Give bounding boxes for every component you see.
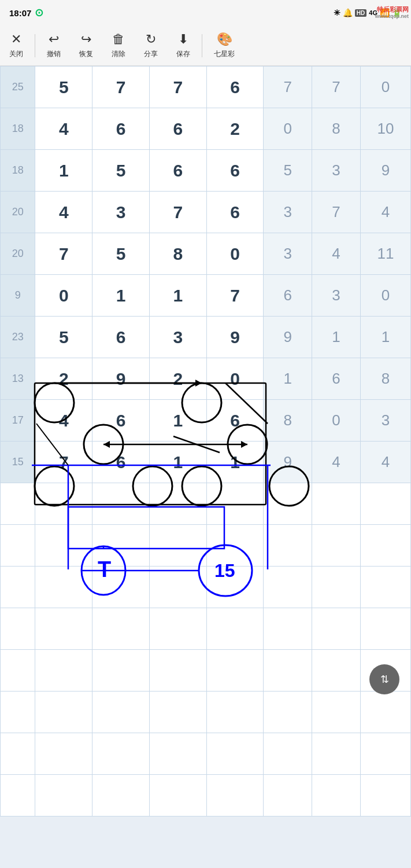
cell-r4-c2: 8 xyxy=(149,233,206,275)
light-cell-r9-c0: 9 xyxy=(264,442,312,483)
row-header xyxy=(1,775,35,816)
volume-icon: 🔔 xyxy=(343,8,353,17)
main-content: 2557767701846620810181566539204376374207… xyxy=(0,66,411,816)
scroll-icon: ⇅ xyxy=(380,673,389,686)
cell-r16-c0 xyxy=(35,733,92,775)
light-cell-r7-c2: 8 xyxy=(360,358,410,400)
cell-r6-c2: 3 xyxy=(149,317,206,358)
light-cell-r14-c0 xyxy=(264,650,312,692)
light-cell-r11-c2 xyxy=(360,525,410,567)
row-header xyxy=(1,650,35,692)
cell-r15-c3 xyxy=(206,692,264,733)
cell-r0-c1: 7 xyxy=(92,67,150,108)
undo-button[interactable]: ↩ 撤销 xyxy=(38,32,70,59)
cell-r13-c3 xyxy=(206,608,264,650)
cell-r9-c0: 7 xyxy=(35,442,92,483)
save-icon: ⬇ xyxy=(178,32,188,47)
clear-button[interactable]: 🗑 清除 xyxy=(102,32,135,59)
row-header xyxy=(1,483,35,525)
trash-icon: 🗑 xyxy=(112,32,125,47)
cell-r14-c3 xyxy=(206,650,264,692)
light-cell-r10-c2 xyxy=(360,483,410,525)
light-cell-r0-c2: 0 xyxy=(360,67,410,108)
row-header xyxy=(1,733,35,775)
light-cell-r12-c2 xyxy=(360,567,410,608)
row-header: 25 xyxy=(1,67,35,108)
cell-r13-c0 xyxy=(35,608,92,650)
cell-r14-c2 xyxy=(149,650,206,692)
light-cell-r10-c1 xyxy=(312,483,361,525)
light-cell-r0-c0: 7 xyxy=(264,67,312,108)
light-cell-r16-c2 xyxy=(360,733,410,775)
close-icon: ✕ xyxy=(11,32,21,47)
status-bar: 18:07 ⊙ 特反彩票网 www.tqcp.net ✳ 🔔 HD 4G 📶 🔋 xyxy=(0,0,411,25)
close-button[interactable]: ✕ 关闭 xyxy=(0,32,32,59)
cell-r10-c2 xyxy=(149,483,206,525)
light-cell-r7-c0: 1 xyxy=(264,358,312,400)
cell-r1-c1: 6 xyxy=(92,108,150,150)
row-header xyxy=(1,608,35,650)
light-cell-r17-c2 xyxy=(360,775,410,816)
cell-r17-c1 xyxy=(92,775,150,816)
light-cell-r10-c0 xyxy=(264,483,312,525)
cell-r7-c0: 2 xyxy=(35,358,92,400)
row-header: 13 xyxy=(1,358,35,400)
light-cell-r6-c0: 9 xyxy=(264,317,312,358)
light-cell-r2-c2: 9 xyxy=(360,150,410,192)
cell-r12-c2 xyxy=(149,567,206,608)
toolbar: ✕ 关闭 ↩ 撤销 ↪ 恢复 🗑 清除 ↻ 分享 ⬇ 保存 🎨 七星彩 xyxy=(0,25,411,66)
cell-r13-c1 xyxy=(92,608,150,650)
cell-r14-c1 xyxy=(92,650,150,692)
mode-button[interactable]: 🎨 七星彩 xyxy=(205,32,244,59)
save-button[interactable]: ⬇ 保存 xyxy=(167,32,199,59)
save-label: 保存 xyxy=(176,49,190,59)
cell-r0-c0: 5 xyxy=(35,67,92,108)
light-cell-r14-c1 xyxy=(312,650,361,692)
cell-r8-c0: 4 xyxy=(35,400,92,442)
row-header: 20 xyxy=(1,233,35,275)
light-cell-r9-c2: 4 xyxy=(360,442,410,483)
light-cell-r6-c2: 1 xyxy=(360,317,410,358)
light-cell-r1-c2: 10 xyxy=(360,108,410,150)
redo-button[interactable]: ↪ 恢复 xyxy=(70,32,102,59)
light-cell-r8-c2: 3 xyxy=(360,400,410,442)
cell-r2-c1: 5 xyxy=(92,150,150,192)
cell-r0-c3: 6 xyxy=(206,67,264,108)
cell-r9-c3: 1 xyxy=(206,442,264,483)
cell-r9-c1: 6 xyxy=(92,442,150,483)
cell-r5-c1: 1 xyxy=(92,275,150,317)
light-cell-r13-c0 xyxy=(264,608,312,650)
share-button[interactable]: ↻ 分享 xyxy=(135,32,167,59)
light-cell-r5-c1: 3 xyxy=(312,275,361,317)
row-header: 23 xyxy=(1,317,35,358)
cell-r16-c1 xyxy=(92,733,150,775)
mode-label: 七星彩 xyxy=(214,49,235,59)
cell-r10-c0 xyxy=(35,483,92,525)
row-header: 18 xyxy=(1,150,35,192)
cell-r2-c3: 6 xyxy=(206,150,264,192)
light-cell-r3-c0: 3 xyxy=(264,192,312,233)
light-cell-r2-c0: 5 xyxy=(264,150,312,192)
light-cell-r13-c2 xyxy=(360,608,410,650)
cell-r3-c3: 6 xyxy=(206,192,264,233)
light-cell-r8-c0: 8 xyxy=(264,400,312,442)
light-cell-r3-c1: 7 xyxy=(312,192,361,233)
divider-2 xyxy=(202,34,202,57)
row-header xyxy=(1,692,35,733)
light-cell-r6-c1: 1 xyxy=(312,317,361,358)
undo-label: 撤销 xyxy=(47,49,61,59)
cell-r3-c0: 4 xyxy=(35,192,92,233)
cell-r5-c0: 0 xyxy=(35,275,92,317)
clear-label: 清除 xyxy=(112,49,125,59)
cell-r12-c1 xyxy=(92,567,150,608)
scroll-button[interactable]: ⇅ xyxy=(369,664,399,694)
cell-r11-c0 xyxy=(35,525,92,567)
close-label: 关闭 xyxy=(9,49,23,59)
redo-label: 恢复 xyxy=(79,49,93,59)
light-cell-r11-c1 xyxy=(312,525,361,567)
cell-r4-c0: 7 xyxy=(35,233,92,275)
cell-r8-c1: 6 xyxy=(92,400,150,442)
light-cell-r15-c2 xyxy=(360,692,410,733)
time-display: 18:07 xyxy=(9,8,31,18)
share-icon: ↻ xyxy=(146,32,156,47)
